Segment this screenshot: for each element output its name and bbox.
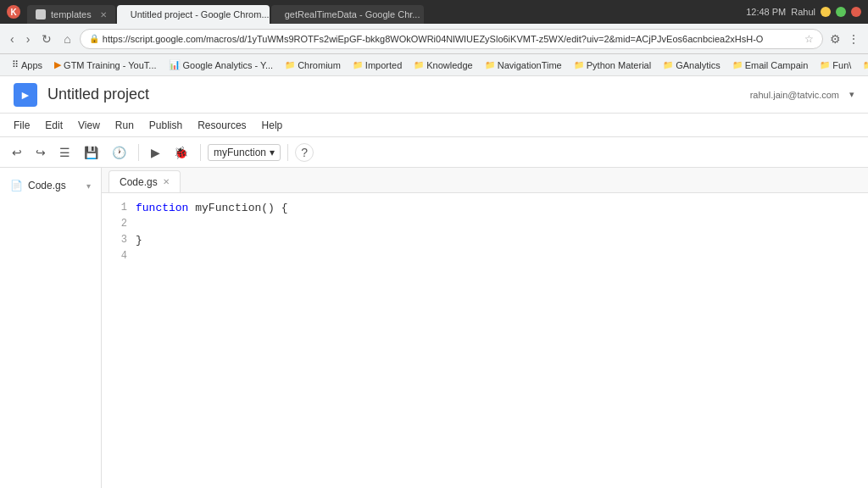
analytics-icon: 📊: [169, 59, 181, 70]
toolbar-separator: [138, 144, 139, 161]
main-content: 📄 Code.gs ▾ Code.gs ✕ 1 2 3 4 function m…: [0, 168, 868, 488]
sidebar-filename: Code.gs: [28, 180, 66, 191]
app-logo: ►: [14, 83, 37, 107]
menu-view[interactable]: View: [71, 116, 107, 135]
folder-icon: 📁: [732, 60, 743, 69]
refresh-button[interactable]: ↻: [38, 30, 55, 47]
folder-icon: 📁: [285, 60, 295, 69]
menu-help[interactable]: Help: [255, 116, 290, 135]
os-titlebar: K templates ✕ Untitled project - Google …: [0, 0, 868, 24]
app-logo-icon: ►: [19, 88, 31, 102]
bookmarks-bar: ⠿ Apps ▶ GTM Training - YouT... 📊 Google…: [0, 54, 868, 76]
address-bar[interactable]: 🔒 https://script.google.com/macros/d/1yT…: [80, 29, 823, 49]
menu-edit[interactable]: Edit: [38, 116, 70, 135]
bookmark-label: Chromium: [298, 60, 341, 70]
bookmark-python-material[interactable]: 📁 Python Material: [569, 58, 656, 72]
user-dropdown-icon[interactable]: ▾: [849, 89, 854, 100]
username: Rahul: [791, 7, 815, 17]
browser-tab-getrealtime[interactable]: getRealTimeData - Google Chr... ✕: [271, 5, 424, 24]
app-title[interactable]: Untitled project: [47, 86, 740, 103]
folder-icon: 📁: [414, 60, 424, 69]
code-line-1: function myFunction() {: [136, 200, 868, 216]
code-editor[interactable]: 1 2 3 4 function myFunction() { }: [102, 193, 868, 488]
home-button[interactable]: ⌂: [60, 30, 74, 47]
browser-tab-templates[interactable]: templates ✕: [27, 5, 115, 24]
menu-run[interactable]: Run: [108, 116, 141, 135]
bookmark-imported[interactable]: 📁 Imported: [348, 58, 407, 72]
bookmark-ganalytics[interactable]: 📁 GAnalytics: [658, 58, 726, 72]
toolbar: ↩ ↪ ☰ 💾 🕐 ▶ 🐞 myFunction ▾ ?: [0, 137, 868, 168]
url-text: https://script.google.com/macros/d/1yTuW…: [103, 34, 764, 44]
apps-icon: ⠿: [12, 59, 19, 70]
app-header: ► Untitled project rahul.jain@tatvic.com…: [0, 76, 868, 114]
function-selector[interactable]: myFunction ▾: [208, 144, 281, 161]
debug-button[interactable]: 🐞: [169, 142, 193, 163]
bookmark-label: NavigationTime: [498, 60, 562, 70]
close-button[interactable]: [851, 7, 861, 17]
extensions-button[interactable]: ⚙: [828, 30, 843, 47]
minimize-button[interactable]: [821, 7, 831, 17]
forward-button[interactable]: ›: [23, 30, 34, 47]
browser-nav: ‹ › ↻ ⌂ 🔒 https://script.google.com/macr…: [0, 24, 868, 54]
menu-bar: File Edit View Run Publish Resources Hel…: [0, 114, 868, 137]
menu-publish[interactable]: Publish: [142, 116, 189, 135]
bookmark-gtm[interactable]: ▶ GTM Training - YouT...: [49, 58, 161, 72]
code-editor-tabs: Code.gs ✕: [102, 168, 868, 193]
file-icon: 📄: [10, 180, 23, 191]
code-tab-code-gs[interactable]: Code.gs ✕: [108, 170, 181, 192]
star-icon[interactable]: ☆: [804, 33, 814, 45]
browser-tab-untitled-project[interactable]: Untitled project - Google Chrom... ✕: [117, 5, 270, 24]
toolbar-separator-3: [287, 144, 288, 161]
code-tab-close-icon[interactable]: ✕: [163, 177, 170, 186]
tab-close-icon[interactable]: ✕: [100, 10, 107, 19]
bookmark-apps[interactable]: ⠿ Apps: [7, 58, 47, 72]
code-line-3: }: [136, 232, 868, 248]
folder-icon: 📁: [663, 60, 673, 69]
tab-favicon: [36, 9, 46, 19]
code-line-4: [136, 248, 868, 264]
history-button[interactable]: 🕐: [107, 142, 131, 163]
menu-button[interactable]: ⋮: [846, 30, 861, 47]
folder-icon: 📁: [485, 60, 495, 69]
bookmark-navigationtime[interactable]: 📁 NavigationTime: [480, 58, 567, 72]
redo-button[interactable]: ↪: [31, 142, 51, 163]
help-hint-button[interactable]: ?: [295, 143, 314, 162]
window-controls: 12:48 PM Rahul: [746, 7, 861, 17]
menu-file[interactable]: File: [7, 116, 36, 135]
bookmark-fun[interactable]: 📁 Fun\: [815, 58, 856, 72]
line-numbers: 1 2 3 4: [102, 200, 136, 488]
line-number-3: 3: [102, 232, 127, 248]
code-content[interactable]: function myFunction() { }: [136, 200, 868, 488]
os-logo: K: [7, 5, 20, 19]
code-line-2: [136, 216, 868, 232]
bookmark-knowledge[interactable]: 📁 Knowledge: [409, 58, 477, 72]
toolbar-separator-2: [200, 144, 201, 161]
bookmark-analytics[interactable]: 📊 Google Analytics - Y...: [164, 58, 279, 72]
maximize-button[interactable]: [836, 7, 846, 17]
tab-label: getRealTimeData - Google Chr...: [285, 9, 420, 19]
bookmark-label: Knowledge: [426, 60, 472, 70]
bookmark-label: Python Material: [587, 60, 651, 70]
bookmark-label: GTM Training - YouT...: [64, 60, 156, 70]
menu-resources[interactable]: Resources: [191, 116, 253, 135]
back-button[interactable]: ‹: [7, 30, 18, 47]
line-number-2: 2: [102, 216, 127, 232]
function-name-text: myFunction: [195, 202, 261, 214]
folder-icon: 📁: [863, 60, 868, 69]
bookmark-label: Fun\: [832, 60, 851, 70]
run-button[interactable]: ▶: [146, 142, 165, 163]
line-number-4: 4: [102, 248, 127, 264]
bookmark-chromium[interactable]: 📁 Chromium: [280, 58, 346, 72]
bookmark-scala[interactable]: 📁 Scala: [858, 58, 868, 72]
keyword-function: function: [136, 202, 188, 214]
undo-button[interactable]: ↩: [7, 142, 27, 163]
user-email[interactable]: rahul.jain@tatvic.com: [750, 90, 839, 100]
bookmark-label: GAnalytics: [676, 60, 721, 70]
bookmark-label: Imported: [365, 60, 402, 70]
bookmark-email[interactable]: 📁 Email Campain: [727, 58, 814, 72]
browser-nav-right: ⚙ ⋮: [828, 30, 861, 47]
list-view-button[interactable]: ☰: [54, 142, 75, 163]
save-button[interactable]: 💾: [79, 142, 103, 163]
sidebar-item-code-gs[interactable]: 📄 Code.gs ▾: [0, 175, 101, 197]
code-editor-area: Code.gs ✕ 1 2 3 4 function myFunction() …: [102, 168, 868, 488]
